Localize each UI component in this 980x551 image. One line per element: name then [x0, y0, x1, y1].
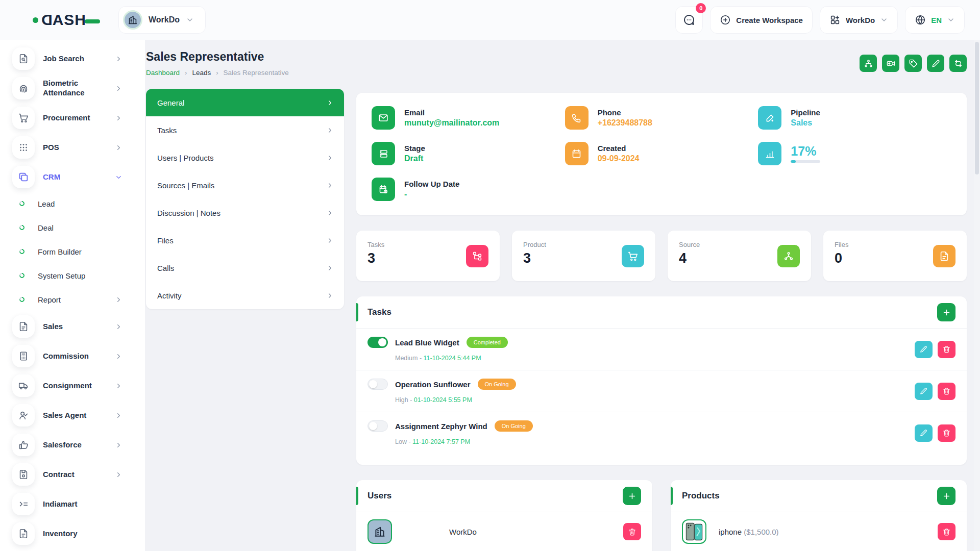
sidebar-item-procurement[interactable]: Procurement: [12, 106, 145, 130]
language-dropdown[interactable]: EN: [905, 6, 965, 34]
sidebar-item-salesforce[interactable]: Salesforce: [12, 433, 145, 457]
info-phone: Phone +16239488788: [565, 106, 758, 130]
status-badge: Completed: [467, 337, 508, 348]
labels-button[interactable]: [860, 55, 877, 72]
chat-bubble-icon: [683, 14, 695, 26]
phone-thumbnail-icon: [683, 520, 705, 543]
workspace-chip[interactable]: WorkDo: [118, 6, 206, 34]
sidebar-item-sales-agent[interactable]: Sales Agent: [12, 404, 145, 427]
video-icon: [886, 59, 896, 68]
convert-button[interactable]: [949, 55, 967, 72]
sidebar-item-consignment[interactable]: Consignment: [12, 374, 145, 397]
breadcrumb-leads[interactable]: Leads: [192, 69, 211, 77]
progress-value: 17%: [791, 145, 820, 158]
info-stage: Stage Draft: [372, 142, 565, 165]
logo-letter: D: [41, 11, 53, 29]
breadcrumb-dashboard[interactable]: Dashboard: [146, 69, 180, 77]
tab-discussion-notes[interactable]: Discussion | Notes: [146, 199, 344, 227]
page-scrollbar[interactable]: [974, 40, 980, 551]
sidebar-item-inventory[interactable]: Inventory: [12, 522, 145, 545]
delete-task-button[interactable]: [938, 383, 955, 400]
call-button[interactable]: [882, 55, 899, 72]
tab-sources-emails[interactable]: Sources | Emails: [146, 171, 344, 199]
pipeline-value: Sales: [791, 118, 820, 128]
workspace-dropdown[interactable]: WorkDo: [820, 6, 898, 34]
grid-dots-icon: [18, 142, 29, 153]
edit-task-button[interactable]: [915, 383, 933, 400]
edit-task-button[interactable]: [915, 341, 933, 358]
add-task-button[interactable]: [937, 303, 955, 321]
sidebar-item-indiamart[interactable]: Indiamart: [12, 492, 145, 516]
tab-files[interactable]: Files: [146, 227, 344, 254]
add-user-button[interactable]: [623, 487, 641, 505]
logo-dot-icon: [33, 17, 38, 23]
user-avatar: [368, 519, 392, 544]
phone-icon: [571, 113, 582, 123]
chevron-right-icon: [115, 114, 122, 122]
tab-tasks[interactable]: Tasks: [146, 116, 344, 144]
add-product-button[interactable]: [937, 487, 955, 505]
workspace-avatar: [123, 10, 142, 30]
tab-activity[interactable]: Activity: [146, 282, 344, 309]
created-value: 09-09-2024: [598, 154, 640, 163]
sidebar-item-system-setup[interactable]: System Setup: [12, 267, 145, 284]
stat-product: Product 3: [512, 231, 655, 281]
plus-icon: [628, 492, 636, 500]
tab-users-products[interactable]: Users | Products: [146, 144, 344, 171]
sidebar-item-pos[interactable]: POS: [12, 136, 145, 159]
scrollbar-thumb[interactable]: [975, 42, 979, 174]
pencil-icon: [919, 345, 928, 354]
bullet-icon: [18, 296, 26, 303]
edit-button[interactable]: [927, 55, 944, 72]
delete-task-button[interactable]: [938, 341, 955, 358]
create-workspace-button[interactable]: Create Workspace: [710, 6, 813, 34]
sidebar-item-crm[interactable]: CRM: [12, 165, 145, 189]
calendar-clock-icon: [378, 184, 389, 195]
edit-task-button[interactable]: [915, 424, 933, 442]
messages-button[interactable]: 0: [675, 6, 703, 34]
task-toggle[interactable]: [368, 337, 388, 348]
lead-menu-card: General Tasks Users | Products Sources |…: [146, 89, 344, 309]
product-price: ($1,500.0): [744, 528, 778, 536]
stats-row: Tasks 3 Product 3 Source 4: [356, 231, 967, 281]
chevron-right-icon: [115, 441, 122, 449]
stage-value: Draft: [404, 154, 425, 163]
sidebar-item-form-builder[interactable]: Form Builder: [12, 243, 145, 260]
sidebar-item-deal[interactable]: Deal: [12, 219, 145, 236]
tag-button[interactable]: [904, 55, 922, 72]
product-row: iphone ($1,500.0): [671, 512, 967, 551]
trash-icon: [942, 528, 951, 536]
globe-icon: [915, 14, 926, 26]
app-logo[interactable]: DASH: [33, 11, 100, 29]
main-content: Sales Representative Dashboard › Leads ›…: [145, 40, 980, 551]
task-toggle[interactable]: [368, 379, 388, 390]
logo-text: ASH: [53, 11, 86, 28]
chevron-right-icon: [326, 127, 334, 134]
sidebar-item-contract[interactable]: Contract: [12, 463, 145, 486]
chevron-right-icon: [115, 55, 122, 63]
pen-icon: [765, 113, 775, 123]
sidebar-item-commission[interactable]: Commission: [12, 344, 145, 368]
bullet-icon: [18, 248, 26, 255]
sidebar-item-lead[interactable]: Lead: [12, 195, 145, 212]
phone-value[interactable]: +16239488788: [598, 118, 652, 128]
delete-task-button[interactable]: [938, 424, 955, 442]
sidebar-item-job-search[interactable]: Job Search: [12, 47, 145, 70]
chevron-right-icon: [326, 264, 334, 272]
sidebar-item-report[interactable]: Report: [12, 291, 145, 308]
save-icon: [18, 469, 29, 480]
sidebar-item-sales[interactable]: Sales: [12, 315, 145, 338]
info-pipeline: Pipeline Sales: [758, 106, 951, 130]
email-value[interactable]: munuty@mailinator.com: [404, 118, 499, 128]
task-toggle[interactable]: [368, 420, 388, 432]
chevron-right-icon: [115, 353, 122, 360]
sidebar-item-biometric-attendance[interactable]: Biometric Attendance: [12, 77, 145, 100]
tab-general[interactable]: General: [146, 89, 344, 116]
bullet-icon: [18, 200, 26, 207]
indent-icon: [18, 498, 29, 510]
tab-calls[interactable]: Calls: [146, 254, 344, 282]
chart-icon: [765, 148, 775, 159]
delete-user-button[interactable]: [623, 523, 641, 540]
delete-product-button[interactable]: [938, 523, 955, 540]
chevron-right-icon: [326, 182, 334, 189]
